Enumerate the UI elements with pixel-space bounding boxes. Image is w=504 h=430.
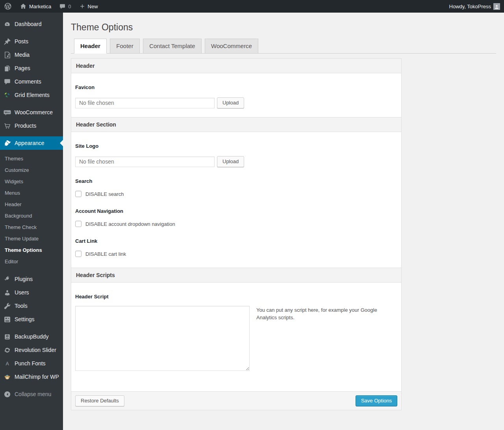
submenu-item-header[interactable]: Header	[0, 199, 63, 210]
wordpress-logo-icon	[4, 2, 12, 10]
disable-cart-link-checkbox[interactable]	[75, 251, 82, 257]
favicon-file-input[interactable]	[75, 98, 215, 108]
sidebar-item-revolution-slider[interactable]: Revolution Slider	[0, 343, 63, 357]
site-name-link[interactable]: Marketica	[16, 0, 55, 13]
menu-separator	[0, 132, 63, 136]
comments-shortcut[interactable]: 0	[55, 0, 75, 13]
wp-logo-menu[interactable]	[0, 0, 16, 13]
user-icon	[0, 289, 15, 296]
menu-separator	[0, 383, 63, 387]
tab-woocommerce[interactable]: WooCommerce	[205, 39, 258, 54]
search-field: Search DISABLE search	[71, 178, 401, 197]
theme-options-tabs: Header Footer Contact Template WooCommer…	[71, 39, 496, 54]
sidebar-item-tools[interactable]: Tools	[0, 299, 63, 313]
sidebar-item-punch-fonts[interactable]: A Punch Fonts	[0, 357, 63, 370]
favicon-label: Favicon	[75, 84, 397, 90]
submenu-item-themes[interactable]: Themes	[0, 153, 63, 164]
grid-elements-icon	[0, 91, 15, 99]
sidebar-item-pages[interactable]: Pages	[0, 61, 63, 75]
restore-defaults-button[interactable]: Restore Defaults	[75, 395, 124, 406]
main-content: Theme Options Header Footer Contact Temp…	[63, 13, 504, 430]
submenu-item-theme-update[interactable]: Theme Update	[0, 233, 63, 244]
section-header-section-bar: Header Section	[71, 117, 401, 132]
howdy-label: Howdy, TokoPress	[449, 4, 491, 9]
collapse-menu-button[interactable]: Collapse menu	[0, 387, 63, 401]
dashboard-icon	[0, 20, 15, 28]
header-script-textarea[interactable]	[75, 306, 250, 371]
sidebar-item-mailchimp[interactable]: MailChimp for WP	[0, 370, 63, 383]
my-account-menu[interactable]: Howdy, TokoPress	[445, 0, 504, 13]
search-label: Search	[75, 178, 397, 184]
avatar	[493, 3, 500, 10]
sidebar-item-products[interactable]: Products	[0, 119, 63, 132]
section-header-scripts-bar: Header Scripts	[71, 268, 401, 283]
disable-account-nav-checkbox[interactable]	[75, 221, 82, 227]
svg-text:Woo: Woo	[5, 111, 10, 114]
disable-account-nav-label[interactable]: DISABLE account dropdown navigation	[85, 221, 175, 227]
collapse-arrow-icon	[0, 391, 15, 398]
sidebar-item-backupbuddy[interactable]: BackupBuddy	[0, 330, 63, 343]
disable-search-label[interactable]: DISABLE search	[85, 191, 124, 197]
comment-bubble-icon	[59, 3, 66, 10]
site-logo-upload-row: Upload	[75, 156, 397, 167]
admin-bar-right: Howdy, TokoPress	[445, 0, 504, 13]
new-content-menu[interactable]: New	[75, 0, 102, 13]
sidebar-item-comments[interactable]: Comments	[0, 75, 63, 88]
plus-icon	[79, 3, 85, 9]
sidebar-item-settings[interactable]: Settings	[0, 313, 63, 326]
disable-search-row: DISABLE search	[75, 191, 397, 197]
refresh-icon	[0, 346, 15, 354]
tab-header[interactable]: Header	[74, 39, 107, 54]
tab-contact-template[interactable]: Contact Template	[143, 39, 201, 54]
submenu-item-menus[interactable]: Menus	[0, 187, 63, 199]
sidebar-item-media[interactable]: Media	[0, 48, 63, 61]
plug-icon	[0, 275, 15, 283]
sidebar-item-dashboard[interactable]: Dashboard	[0, 17, 63, 31]
header-script-row: You can put any script here, for example…	[75, 306, 397, 371]
active-menu-arrow	[60, 140, 63, 146]
sidebar-item-plugins[interactable]: Plugins	[0, 272, 63, 286]
menu-separator	[0, 102, 63, 106]
media-icon	[0, 51, 15, 59]
page-title: Theme Options	[71, 13, 496, 39]
site-logo-label: Site Logo	[75, 143, 397, 149]
sidebar-item-posts[interactable]: Posts	[0, 35, 63, 48]
submenu-item-widgets[interactable]: Widgets	[0, 176, 63, 187]
submenu-item-editor[interactable]: Editor	[0, 256, 63, 267]
section-header-bar: Header	[71, 59, 401, 73]
disable-cart-link-label[interactable]: DISABLE cart link	[85, 251, 126, 257]
favicon-upload-button[interactable]: Upload	[217, 97, 244, 108]
new-label: New	[88, 4, 98, 9]
comment-icon	[0, 78, 15, 86]
header-script-hint: You can put any script here, for example…	[256, 306, 378, 371]
site-logo-upload-button[interactable]: Upload	[217, 156, 244, 167]
menu-separator	[0, 31, 63, 35]
favicon-upload-row: Upload	[75, 97, 397, 108]
account-navigation-label: Account Navigation	[75, 208, 397, 214]
submenu-item-theme-options[interactable]: Theme Options	[0, 244, 63, 256]
admin-bar-left: Marketica 0 New	[0, 0, 102, 13]
sidebar-item-woocommerce[interactable]: Woo WooCommerce	[0, 106, 63, 119]
theme-options-panel: Header Favicon Upload Header Section Sit…	[71, 58, 402, 410]
admin-sidebar: Dashboard Posts Media Pages Comments Gri…	[0, 13, 63, 430]
menu-separator	[0, 326, 63, 330]
favicon-field: Favicon Upload	[71, 84, 401, 108]
comment-count: 0	[68, 4, 71, 9]
tab-footer[interactable]: Footer	[110, 39, 139, 54]
woocommerce-icon: Woo	[0, 109, 15, 116]
submenu-item-customize[interactable]: Customize	[0, 164, 63, 176]
monkey-icon	[0, 373, 15, 381]
submenu-item-theme-check[interactable]: Theme Check	[0, 222, 63, 233]
save-options-button[interactable]: Save Options	[356, 395, 397, 406]
sidebar-item-appearance[interactable]: Appearance	[0, 136, 63, 150]
wrench-icon	[0, 302, 15, 310]
sidebar-item-users[interactable]: Users	[0, 286, 63, 299]
header-script-label: Header Script	[75, 294, 397, 300]
pages-icon	[0, 65, 15, 72]
site-logo-file-input[interactable]	[75, 156, 215, 167]
admin-bar: Marketica 0 New Howdy, TokoPress	[0, 0, 504, 13]
submenu-item-background[interactable]: Background	[0, 210, 63, 222]
sidebar-item-grid-elements[interactable]: Grid Elements	[0, 88, 63, 102]
account-navigation-field: Account Navigation DISABLE account dropd…	[71, 208, 401, 227]
disable-search-checkbox[interactable]	[75, 191, 82, 197]
